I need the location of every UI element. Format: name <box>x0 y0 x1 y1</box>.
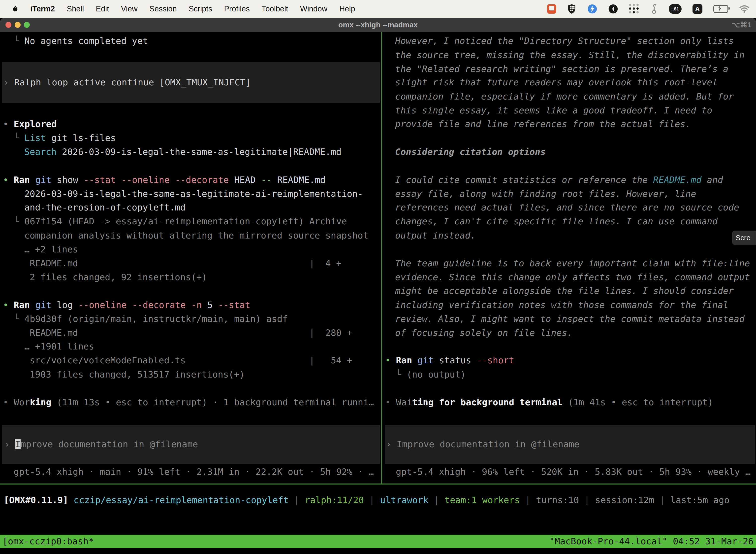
menu-items: iTerm2ShellEditViewSessionScriptsProfile… <box>18 4 355 13</box>
menu-help[interactable]: Help <box>339 4 355 13</box>
command-output: … +1901 lines <box>24 340 94 353</box>
explored-detail: Search 2026-03-09-is-legal-the-same-as-l… <box>24 145 341 159</box>
screen-share-overlay-label: Scre <box>736 231 751 245</box>
spark-badge-icon[interactable] <box>587 4 597 14</box>
pane-divider-vertical[interactable] <box>381 32 382 484</box>
explored-header: • Explored <box>3 117 57 131</box>
thinking-text: output instead. <box>395 229 476 242</box>
command-output: README.md | 4 + <box>24 257 341 270</box>
scrollback-line: └ No agents completed yet <box>14 34 148 48</box>
command-output: └ (no output) <box>396 368 466 382</box>
tmux-status-bar: [omx-cczip0:bash* "MacBook-Pro-44.local"… <box>0 535 756 548</box>
battery-icon[interactable] <box>713 5 728 13</box>
waiting-status: • Waiting for background terminal (1m 41… <box>385 395 713 409</box>
menu-toolbelt[interactable]: Toolbelt <box>262 4 288 13</box>
command-arg-wrap: 2026-03-09-is-legal-the-same-as-legitima… <box>24 187 363 201</box>
close-button[interactable] <box>5 22 11 28</box>
window-shortcut-hint: ⌥⌘1 <box>732 18 752 32</box>
thinking-text: provide file and line references from th… <box>395 117 691 131</box>
menu-shell[interactable]: Shell <box>67 4 84 13</box>
thinking-text: including verification notes with those … <box>395 298 729 312</box>
command-output: README.md | 280 + <box>24 326 352 340</box>
command-output: 1903 files changed, 513517 insertions(+) <box>24 368 245 382</box>
status-line: gpt-5.4 xhigh · 96% left · 520K in · 5.8… <box>396 465 751 479</box>
thinking-heading: Considering citation options <box>395 145 546 159</box>
thinking-text: might be acceptable alongside the file l… <box>395 284 734 298</box>
command-arg-wrap: and-the-erosion-of-copyleft.md <box>24 201 186 214</box>
tmux-host-clock: "MacBook-Pro-44.local" 04:52 31-Mar-26 <box>549 535 754 548</box>
thinking-text: I could cite commit statistics or refere… <box>395 173 723 187</box>
ran-command: • Ran git log --oneline --decorate -n 5 … <box>3 298 250 312</box>
macos-menu-bar: iTerm2ShellEditViewSessionScriptsProfile… <box>0 0 756 18</box>
percent-badge[interactable]: ..61 <box>669 4 682 14</box>
command-output: … +2 lines <box>24 242 78 257</box>
ran-command: • Ran git show --stat --oneline --decora… <box>3 173 326 187</box>
command-output: 2 files changed, 92 insertions(+) <box>24 270 207 284</box>
thinking-text: this single essay, it seems like a good … <box>395 104 712 117</box>
minimize-button[interactable] <box>15 22 20 28</box>
command-output: └ 4b9d30f (origin/main, instructkr/main,… <box>14 312 288 326</box>
thinking-text: changes, I can't cite specific file line… <box>395 214 717 228</box>
menu-edit[interactable]: Edit <box>96 4 109 13</box>
terminal-content: └ No agents completed yet› Ralph loop ac… <box>0 32 756 554</box>
command-output: src/voice/voiceModeEnabled.ts | 54 + <box>24 353 352 367</box>
explored-detail: └ List git ls-files <box>14 131 116 145</box>
thinking-text: However, I noticed the "Directory Struct… <box>395 34 734 48</box>
thinking-text: the source tree, missing the essay. Stil… <box>395 48 745 62</box>
traffic-lights <box>5 22 30 28</box>
zoom-button[interactable] <box>24 22 30 28</box>
omx-status-line: [OMX#0.11.9] cczip/essay/ai-reimplementa… <box>4 493 730 507</box>
thinking-text: of focusing solely on file lines. <box>395 326 572 340</box>
chat-icon[interactable] <box>547 4 556 14</box>
ran-command: • Ran git status --short <box>385 353 514 367</box>
thinking-text: references need actual files, and since … <box>395 201 739 214</box>
menu-session[interactable]: Session <box>149 4 177 13</box>
menu-view[interactable]: View <box>121 4 138 13</box>
hook-icon[interactable] <box>650 3 658 14</box>
record-icon[interactable] <box>608 4 618 14</box>
status-line: gpt-5.4 xhigh · main · 91% left · 2.31M … <box>14 465 374 479</box>
menubar-status-icons: ..61 A <box>547 3 750 14</box>
apple-menu-icon[interactable] <box>11 4 18 13</box>
window-title: omx --xhigh --madmax <box>338 18 418 32</box>
menu-scripts[interactable]: Scripts <box>189 4 212 13</box>
prompt-input: › Improve documentation in @filename <box>386 437 579 451</box>
dots-grid-icon[interactable] <box>629 4 639 14</box>
thinking-text: evidence. Since this change only affects… <box>395 270 750 284</box>
menu-iterm2[interactable]: iTerm2 <box>30 4 55 13</box>
window-title-bar: omx --xhigh --madmax ⌥⌘1 <box>0 18 756 32</box>
thinking-text: review. Also, I might want to inspect th… <box>395 312 745 326</box>
wifi-icon[interactable] <box>739 5 750 13</box>
input-source-badge[interactable]: A <box>693 4 702 14</box>
shield-icon[interactable] <box>567 4 576 14</box>
thinking-text: The team guideline is to back every impo… <box>395 257 750 270</box>
screen-share-overlay[interactable]: Scre <box>732 231 756 245</box>
menu-window[interactable]: Window <box>300 4 327 13</box>
command-output: └ 067f154 (HEAD -> essay/ai-reimplementa… <box>14 214 347 228</box>
working-status: • Working (11m 13s • esc to interrupt) ·… <box>3 395 374 409</box>
thinking-text: essay file, along with finding root file… <box>395 187 696 201</box>
thinking-text: companion file, especially if more comme… <box>395 90 734 104</box>
thinking-text: the "Related research writing" section i… <box>395 62 729 76</box>
history-entry: › Ralph loop active continue [OMX_TMUX_I… <box>3 75 251 89</box>
menu-profiles[interactable]: Profiles <box>224 4 250 13</box>
command-output: companion analysis without altering the … <box>24 229 368 242</box>
prompt-input: › Improve documentation in @filename <box>4 437 198 451</box>
thinking-text: slight risk that future readers may over… <box>395 75 717 89</box>
tmux-session-label: [omx-cczip0:bash* <box>2 535 94 548</box>
pane-divider-horizontal <box>0 484 756 485</box>
